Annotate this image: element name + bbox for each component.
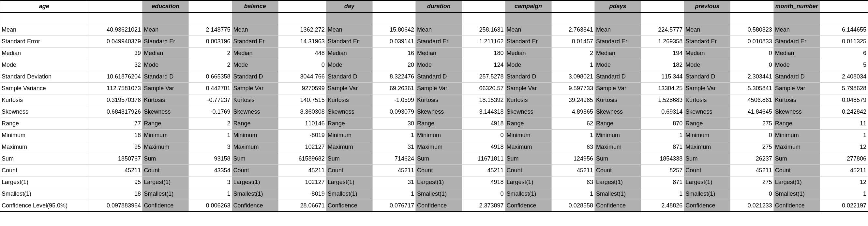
stat-value: 1 bbox=[189, 188, 232, 200]
stat-value: 69.26361 bbox=[372, 83, 415, 95]
header-spacer bbox=[462, 1, 505, 12]
stat-label: Confidence bbox=[416, 200, 462, 212]
table-row: Maximum95Maximum3Maximum102127Maximum31M… bbox=[0, 141, 868, 153]
stat-value: 2.763841 bbox=[551, 24, 594, 36]
stat-label: Sum bbox=[505, 153, 551, 165]
table-row: Standard Error0.049940379Standard Er0.00… bbox=[0, 36, 868, 47]
stat-label: Mean bbox=[594, 24, 641, 36]
stat-label: Standard D bbox=[143, 71, 189, 83]
stat-value: 45211 bbox=[731, 165, 773, 177]
stat-label: Median bbox=[773, 47, 820, 59]
stat-label: Count bbox=[326, 165, 372, 177]
table-row: Range77Range2Range110146Range30Range4918… bbox=[0, 118, 868, 129]
stat-label: Standard Er bbox=[594, 36, 641, 47]
stat-value: -8019 bbox=[278, 129, 326, 141]
blank-row bbox=[0, 12, 868, 24]
stat-value: 5 bbox=[820, 59, 868, 71]
table-row: Skewness0.684817926Skewness-0.1769Skewne… bbox=[0, 106, 868, 118]
blank-cell bbox=[416, 12, 462, 24]
stat-value: 0.049940379 bbox=[88, 36, 143, 47]
stat-label: Sample Var bbox=[505, 83, 551, 95]
stat-label: Minimum bbox=[505, 129, 551, 141]
stat-value: -0.77237 bbox=[189, 95, 232, 106]
stat-value: 10.61876204 bbox=[88, 71, 143, 83]
blank-cell bbox=[773, 12, 820, 24]
stat-label: Maximum bbox=[0, 141, 88, 153]
stat-label: Maximum bbox=[416, 141, 462, 153]
stat-label: Standard D bbox=[416, 71, 462, 83]
stat-value: 0 bbox=[731, 59, 773, 71]
stat-label: Confidence bbox=[773, 200, 820, 212]
stat-value: 0 bbox=[278, 59, 326, 71]
stat-label: Largest(1) bbox=[594, 177, 641, 188]
col-header-month-number: month_number bbox=[773, 1, 820, 12]
stat-label: Kurtosis bbox=[505, 95, 551, 106]
stat-value: 871 bbox=[641, 177, 684, 188]
stat-label: Mean bbox=[143, 24, 189, 36]
stat-label: Minimum bbox=[0, 129, 88, 141]
stat-value: 1 bbox=[551, 59, 594, 71]
stat-label: Sum bbox=[594, 153, 641, 165]
stat-value: 102127 bbox=[278, 177, 326, 188]
stat-label: Maximum bbox=[143, 141, 189, 153]
stat-value: 3.144318 bbox=[462, 106, 505, 118]
stat-label: Sample Var bbox=[684, 83, 731, 95]
stat-label: Minimum bbox=[594, 129, 641, 141]
stat-value: 12 bbox=[820, 141, 868, 153]
stat-label: Count bbox=[416, 165, 462, 177]
stat-value: 30 bbox=[372, 118, 415, 129]
stat-label: Standard D bbox=[773, 71, 820, 83]
stat-value: 18 bbox=[88, 129, 143, 141]
stat-value: 2 bbox=[189, 59, 232, 71]
stat-value: 4.89865 bbox=[551, 106, 594, 118]
stat-label: Count bbox=[232, 165, 278, 177]
stat-value: 63 bbox=[551, 141, 594, 153]
table-row: Sum1850767Sum93158Sum61589682Sum714624Su… bbox=[0, 153, 868, 165]
stat-value: 258.1631 bbox=[462, 24, 505, 36]
table-row: Mode32Mode2Mode0Mode20Mode124Mode1Mode18… bbox=[0, 59, 868, 71]
stat-label: Median bbox=[326, 47, 372, 59]
stat-value: 45211 bbox=[372, 165, 415, 177]
stat-label: Kurtosis bbox=[326, 95, 372, 106]
stat-label: Minimum bbox=[232, 129, 278, 141]
stat-value: 41.84645 bbox=[731, 106, 773, 118]
stat-label: Minimum bbox=[416, 129, 462, 141]
blank-cell bbox=[551, 12, 594, 24]
stat-value: 20 bbox=[372, 59, 415, 71]
stat-label: Sum bbox=[326, 153, 372, 165]
stat-label: Kurtosis bbox=[0, 95, 88, 106]
table-row: Smallest(1)18Smallest(1)1Smallest(1)-801… bbox=[0, 188, 868, 200]
stat-value: 18 bbox=[88, 188, 143, 200]
stat-value: 4918 bbox=[462, 118, 505, 129]
stat-label: Sum bbox=[0, 153, 88, 165]
stat-value: 62 bbox=[551, 118, 594, 129]
stat-value: 2.408034 bbox=[820, 71, 868, 83]
stat-value: 180 bbox=[462, 47, 505, 59]
stat-value: 0.010833 bbox=[731, 36, 773, 47]
stat-label: Mode bbox=[0, 59, 88, 71]
stat-label: Mode bbox=[773, 59, 820, 71]
stat-value: 16 bbox=[372, 47, 415, 59]
stat-label: Sum bbox=[773, 153, 820, 165]
stat-label: Sum bbox=[416, 153, 462, 165]
stat-label: Count bbox=[505, 165, 551, 177]
col-header-day: day bbox=[326, 1, 372, 12]
stat-value: 0.684817926 bbox=[88, 106, 143, 118]
stat-label: Median bbox=[416, 47, 462, 59]
stat-label: Mode bbox=[416, 59, 462, 71]
stat-value: -8019 bbox=[278, 188, 326, 200]
stat-value: 13304.25 bbox=[641, 83, 684, 95]
stat-label: Maximum bbox=[594, 141, 641, 153]
stat-value: 2.48826 bbox=[641, 200, 684, 212]
table-row: Confidence Level(95.0%)0.097883964Confid… bbox=[0, 200, 868, 212]
stat-label: Confidence bbox=[143, 200, 189, 212]
stat-label: Smallest(1) bbox=[232, 188, 278, 200]
stat-value: 1 bbox=[820, 129, 868, 141]
stat-label: Largest(1) bbox=[684, 177, 731, 188]
blank-cell bbox=[684, 12, 731, 24]
table-row: Sample Variance112.7581073Sample Var0.44… bbox=[0, 83, 868, 95]
stat-label: Mode bbox=[684, 59, 731, 71]
stat-value: 40.93621021 bbox=[88, 24, 143, 36]
descriptive-stats-table: age education balance day duration campa… bbox=[0, 0, 868, 212]
stat-value: 1.528683 bbox=[641, 95, 684, 106]
